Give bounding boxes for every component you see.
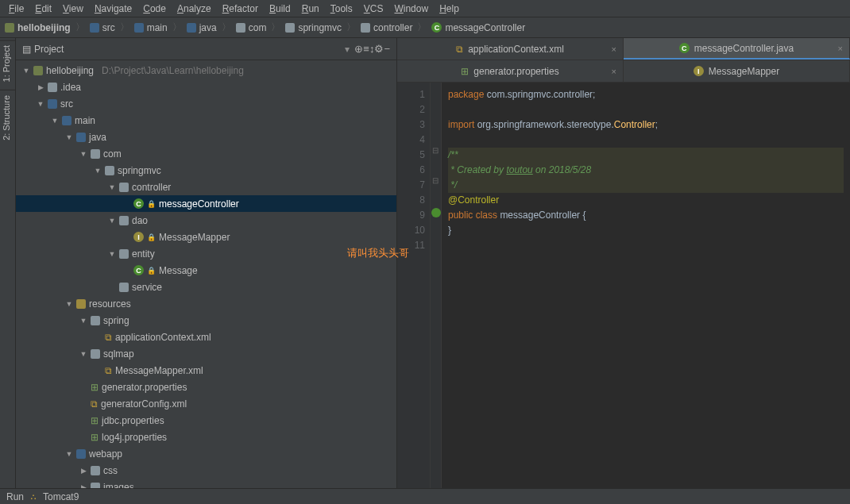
menu-refactor[interactable]: Refactor xyxy=(217,3,264,14)
menu-analyze[interactable]: Analyze xyxy=(172,3,217,14)
expand-arrow-icon[interactable]: ▶ xyxy=(37,83,44,91)
expand-arrow-icon[interactable]: ▶ xyxy=(79,467,87,475)
code-editor[interactable]: 1234567891011 ⊟⊟ package com.springmvc.c… xyxy=(397,83,850,488)
tree-node[interactable]: I🔒MessageMapper xyxy=(16,229,396,245)
code-line[interactable]: /** xyxy=(448,148,844,163)
tree-node[interactable]: ▼java xyxy=(16,129,396,145)
expand-arrow-icon[interactable]: ▼ xyxy=(22,67,30,75)
menu-vcs[interactable]: VCS xyxy=(358,3,389,14)
chevron-down-icon[interactable]: ▾ xyxy=(345,44,350,55)
panel-tool-button[interactable]: ≡ xyxy=(363,43,369,55)
tool-tab-project[interactable]: 1: Project xyxy=(0,40,15,87)
editor-tab[interactable]: CmessageController.java× xyxy=(624,38,850,60)
tree-node[interactable]: ▼webapp xyxy=(16,445,396,462)
panel-tool-button[interactable]: ⊕ xyxy=(354,43,363,55)
run-config-name[interactable]: Tomcat9 xyxy=(43,491,79,502)
project-panel-header: ▤ Project ▾ ⊕≡↕⚙− xyxy=(16,38,396,60)
expand-arrow-icon[interactable]: ▼ xyxy=(51,117,59,125)
breadcrumb-item[interactable]: com xyxy=(236,22,267,33)
breadcrumb-item[interactable]: main xyxy=(134,22,168,33)
fold-toggle-icon[interactable]: ⊟ xyxy=(432,176,439,185)
tree-node[interactable]: ▼src xyxy=(16,95,396,112)
tree-node[interactable]: ⧉applicationContext.xml xyxy=(16,329,396,345)
tree-node[interactable]: ⊞generator.properties xyxy=(16,379,396,395)
panel-tool-button[interactable]: − xyxy=(384,43,390,55)
tree-node[interactable]: ▼main xyxy=(16,112,396,129)
menu-view[interactable]: View xyxy=(57,3,89,14)
expand-arrow-icon[interactable]: ▼ xyxy=(79,350,87,358)
breadcrumb-item[interactable]: java xyxy=(187,22,217,33)
expand-arrow-icon[interactable]: ▼ xyxy=(79,317,87,325)
tool-tab-structure[interactable]: 2: Structure xyxy=(0,90,15,145)
close-icon[interactable]: × xyxy=(612,44,616,54)
code-line[interactable]: @Controller xyxy=(448,193,844,208)
expand-arrow-icon[interactable]: ▼ xyxy=(37,100,44,108)
expand-arrow-icon[interactable]: ▼ xyxy=(94,167,102,175)
tree-node[interactable]: ▼hellobeijingD:\Project\Java\Learn\hello… xyxy=(16,62,396,79)
tree-node[interactable]: ▼resources xyxy=(16,295,396,312)
tree-node[interactable]: ⊞log4j.properties xyxy=(16,429,396,445)
code-line[interactable] xyxy=(448,102,844,117)
project-tree[interactable]: ▼hellobeijingD:\Project\Java\Learn\hello… xyxy=(16,60,396,488)
tree-node[interactable]: service xyxy=(16,279,396,295)
expand-arrow-icon[interactable]: ▼ xyxy=(65,133,73,141)
menu-file[interactable]: File xyxy=(3,3,29,14)
expand-arrow-icon[interactable]: ▼ xyxy=(65,450,73,458)
editor-tab[interactable]: IMessageMapper xyxy=(624,60,850,82)
breadcrumb-item[interactable]: hellobeijing xyxy=(5,22,71,33)
breadcrumb-item[interactable]: controller xyxy=(361,22,412,33)
expand-arrow-icon[interactable]: ▼ xyxy=(65,300,73,308)
editor-tab[interactable]: ⧉applicationContext.xml× xyxy=(397,38,624,60)
tree-node[interactable]: ▼entity xyxy=(16,245,396,262)
menu-run[interactable]: Run xyxy=(296,3,325,14)
tree-node[interactable]: C🔒messageController xyxy=(16,195,396,212)
tree-node[interactable]: ▼springmvc xyxy=(16,162,396,179)
editor-tab[interactable]: ⊞generator.properties× xyxy=(397,60,624,82)
code-line[interactable]: } xyxy=(448,223,844,238)
tree-node[interactable]: C🔒Message xyxy=(16,262,396,279)
menu-code[interactable]: Code xyxy=(137,3,172,14)
tree-node-label: log4j.properties xyxy=(102,432,167,443)
tree-node[interactable]: ▼sqlmap xyxy=(16,345,396,362)
menu-build[interactable]: Build xyxy=(264,3,296,14)
menu-tools[interactable]: Tools xyxy=(325,3,358,14)
menu-navigate[interactable]: Navigate xyxy=(89,3,137,14)
code-line[interactable] xyxy=(448,238,844,253)
expand-arrow-icon[interactable]: ▼ xyxy=(79,150,87,158)
tree-node[interactable]: ▼spring xyxy=(16,312,396,329)
code-line[interactable]: * Created by toutou on 2018/5/28 xyxy=(448,163,844,178)
code-line[interactable]: package com.springmvc.controller; xyxy=(448,87,844,102)
tree-node[interactable]: ▼dao xyxy=(16,212,396,229)
module-icon xyxy=(33,66,43,75)
menu-window[interactable]: Window xyxy=(388,3,434,14)
close-icon[interactable]: × xyxy=(612,67,616,76)
menu-help[interactable]: Help xyxy=(434,3,465,14)
run-gutter-icon[interactable] xyxy=(431,208,441,217)
tree-node[interactable]: ⊞jdbc.properties xyxy=(16,412,396,429)
run-label[interactable]: Run xyxy=(6,491,24,502)
expand-arrow-icon[interactable]: ▼ xyxy=(108,217,116,225)
fold-toggle-icon[interactable]: ⊟ xyxy=(432,146,439,155)
breadcrumb-item[interactable]: CmessageController xyxy=(431,22,525,33)
code-line[interactable]: import org.springframework.stereotype.Co… xyxy=(448,117,844,133)
breadcrumb-item[interactable]: src xyxy=(90,22,115,33)
expand-arrow-icon[interactable]: ▼ xyxy=(108,183,116,191)
breadcrumb-item[interactable]: springmvc xyxy=(285,22,342,33)
tree-node[interactable]: ▶css xyxy=(16,462,396,479)
tree-node[interactable]: ⧉MessageMapper.xml xyxy=(16,362,396,379)
tree-node[interactable]: ⧉generatorConfig.xml xyxy=(16,395,396,412)
code-line[interactable]: public class messageController { xyxy=(448,208,844,223)
expand-arrow-icon[interactable]: ▼ xyxy=(108,250,116,258)
menu-edit[interactable]: Edit xyxy=(29,3,57,14)
tree-node[interactable]: ▶images xyxy=(16,479,396,488)
line-number: 7 xyxy=(397,178,425,193)
tree-node[interactable]: ▼com xyxy=(16,145,396,162)
folder-icon xyxy=(105,166,114,175)
close-icon[interactable]: × xyxy=(838,44,843,53)
code-line[interactable]: */ xyxy=(448,178,844,193)
tree-node[interactable]: ▼controller xyxy=(16,179,396,195)
tree-node[interactable]: ▶.idea xyxy=(16,79,396,95)
panel-tool-button[interactable]: ⚙ xyxy=(374,43,384,55)
code-text[interactable]: package com.springmvc.controller; import… xyxy=(442,83,850,488)
code-line[interactable] xyxy=(448,133,844,148)
